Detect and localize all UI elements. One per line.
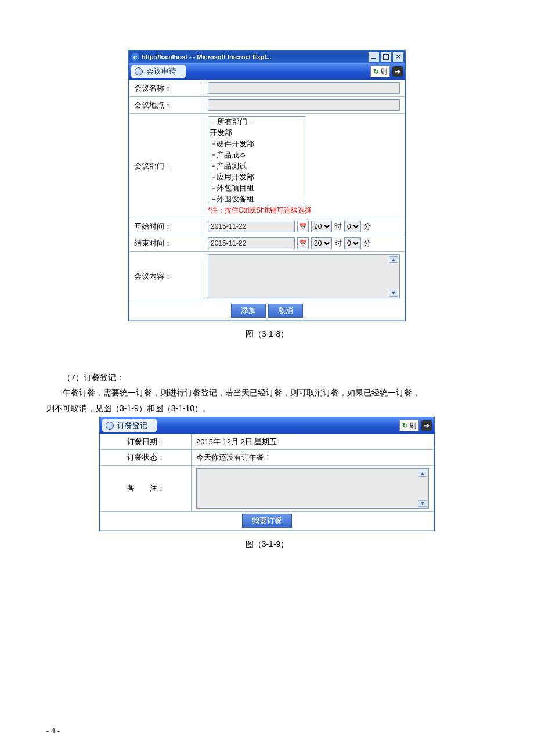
module-title: 会议申请 (146, 66, 176, 77)
label-meeting-place: 会议地点： (129, 97, 203, 114)
ie-window: e http://localhost - - Microsoft Interne… (128, 50, 406, 321)
cancel-button[interactable]: 取消 (268, 304, 303, 318)
close-button[interactable] (392, 52, 404, 62)
meeting-form: 会议名称： 会议地点： 会议部门： —所有部门—开发部 ├ 硬件开发部 ├ 产品… (129, 80, 405, 321)
dept-option[interactable]: —所有部门— (208, 117, 306, 128)
ie-body: 会议申请 ↻ 刷 ➔ 会议名称： 会议地 (129, 63, 405, 321)
calendar-icon[interactable]: 📅 (297, 237, 309, 249)
meal-date-value: 2015年 12月 2日 星期五 (192, 434, 434, 450)
meal-form: 订餐日期： 2015年 12月 2日 星期五 订餐状态： 今天你还没有订午餐！ … (100, 434, 434, 531)
hour-unit: 时 (334, 221, 342, 232)
ie-titlebar[interactable]: e http://localhost - - Microsoft Interne… (129, 51, 405, 63)
end-hour-select[interactable]: 20 (311, 237, 332, 249)
label-meeting-dept: 会议部门： (129, 114, 203, 218)
scroll-down-icon[interactable]: ▼ (389, 290, 398, 297)
dept-listbox[interactable]: —所有部门—开发部 ├ 硬件开发部 ├ 产品成本 └ 产品测试 ├ 应用开发部 … (208, 116, 306, 203)
body-line-2: 则不可取消，见图（3-1-9）和图（3-1-10）。 (46, 402, 488, 415)
module-close-button[interactable]: ➔ (421, 420, 432, 431)
dept-option[interactable]: ├ 应用开发部 (208, 172, 306, 183)
label-meeting-name: 会议名称： (129, 80, 203, 97)
hour-unit: 时 (334, 238, 342, 249)
refresh-button[interactable]: ↻ 刷 (370, 66, 390, 77)
figure-caption-2: 图（3-1-9） (46, 539, 488, 550)
module-tab[interactable]: 会议申请 (131, 65, 186, 78)
label-meeting-content: 会议内容： (129, 252, 203, 301)
ie-logo-icon: e (131, 53, 139, 61)
meeting-name-input[interactable] (208, 82, 400, 94)
section-heading: （7）订餐登记： (46, 371, 488, 384)
end-minute-select[interactable]: 0 (344, 237, 361, 249)
close-arrow-icon: ➔ (424, 422, 430, 430)
scroll-up-icon[interactable]: ▲ (389, 256, 398, 263)
minimize-button[interactable] (368, 52, 380, 62)
minute-unit: 分 (363, 238, 371, 249)
label-meal-date: 订餐日期： (100, 434, 192, 450)
module-header: 订餐登记 ↻ 刷 ➔ (100, 417, 434, 434)
scroll-up-icon[interactable]: ▲ (418, 470, 427, 477)
document-page: e http://localhost - - Microsoft Interne… (0, 0, 534, 756)
module-title: 订餐登记 (117, 420, 147, 431)
module-tab[interactable]: 订餐登记 (102, 419, 157, 432)
dept-option[interactable]: └ 外围设备组 (208, 194, 306, 203)
calendar-icon[interactable]: 📅 (297, 221, 309, 232)
label-meal-status: 订餐状态： (100, 450, 192, 466)
refresh-icon: ↻ (373, 67, 379, 76)
globe-icon (106, 422, 114, 430)
label-start-time: 开始时间： (129, 218, 203, 235)
dept-option[interactable]: ├ 硬件开发部 (208, 139, 306, 150)
module-header: 会议申请 ↻ 刷 ➔ (129, 63, 405, 80)
window-controls (368, 52, 404, 62)
start-date-input[interactable] (208, 221, 295, 232)
refresh-icon: ↻ (402, 422, 408, 430)
end-date-input[interactable] (208, 237, 295, 249)
label-meal-remark: 备 注： (100, 466, 192, 512)
body-line-1: 午餐订餐，需要统一订餐，则进行订餐登记，若当天已经订餐，则可取消订餐，如果已经统… (46, 386, 488, 399)
meeting-place-input[interactable] (208, 99, 400, 111)
dept-option[interactable]: 开发部 (208, 128, 306, 139)
minute-unit: 分 (363, 221, 371, 232)
maximize-button[interactable] (380, 52, 392, 62)
refresh-button[interactable]: ↻ 刷 (399, 420, 419, 431)
figure-caption-1: 图（3-1-8） (46, 329, 488, 340)
close-arrow-icon: ➔ (395, 67, 400, 75)
ie-window-title: http://localhost - - Microsoft Internet … (142, 53, 368, 60)
page-number: - 4 - (46, 726, 60, 735)
meeting-content-textarea[interactable]: ▲ ▼ (208, 254, 400, 298)
dept-option[interactable]: ├ 外包项目组 (208, 183, 306, 194)
meal-status-value: 今天你还没有订午餐！ (192, 450, 434, 466)
start-minute-select[interactable]: 0 (344, 221, 361, 232)
add-button[interactable]: 添加 (231, 304, 266, 318)
label-end-time: 结束时间： (129, 235, 203, 252)
scroll-down-icon[interactable]: ▼ (418, 500, 427, 507)
refresh-label: 刷 (380, 67, 387, 77)
meal-remark-textarea[interactable]: ▲ ▼ (196, 468, 429, 509)
globe-icon (135, 67, 143, 75)
module-close-button[interactable]: ➔ (392, 66, 403, 77)
order-meal-button[interactable]: 我要订餐 (242, 514, 292, 528)
refresh-label: 刷 (409, 421, 416, 431)
meal-module: 订餐登记 ↻ 刷 ➔ 订餐日期： 2015年 12月 2日 星期五 订餐状态： … (99, 417, 435, 531)
dept-note: *注：按住Ctrl或Shift键可连续选择 (208, 206, 400, 215)
start-hour-select[interactable]: 20 (311, 221, 332, 232)
dept-option[interactable]: ├ 产品成本 (208, 150, 306, 161)
dept-option[interactable]: └ 产品测试 (208, 161, 306, 172)
